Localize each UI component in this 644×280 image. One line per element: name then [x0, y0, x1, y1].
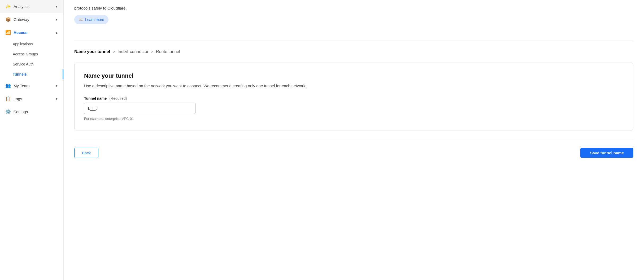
settings-icon: ⚙️ [5, 109, 11, 115]
name-your-tunnel-card: Name your tunnel Use a descriptive name … [74, 63, 633, 131]
sidebar-item-tunnels[interactable]: Tunnels [0, 69, 63, 79]
sidebar-item-access-groups[interactable]: Access Groups [0, 49, 63, 59]
next-button[interactable]: Save tunnel name [580, 148, 633, 158]
sidebar-item-applications[interactable]: Applications [0, 39, 63, 49]
sidebar-item-gateway[interactable]: 📦 Gateway ▼ [0, 13, 63, 26]
breadcrumb-step1: Name your tunnel [74, 49, 110, 54]
card-title: Name your tunnel [84, 72, 624, 79]
divider-bottom [74, 139, 633, 139]
breadcrumb-sep1: > [113, 50, 115, 54]
access-icon: 📶 [5, 30, 11, 35]
access-label: Access [14, 30, 28, 35]
required-label: (Required) [109, 96, 127, 100]
breadcrumb-step3: Route tunnel [156, 49, 180, 54]
tunnel-name-input[interactable] [84, 103, 195, 114]
analytics-icon: ✨ [5, 4, 11, 9]
tunnel-name-label: Tunnel name (Required) [84, 96, 624, 100]
learn-more-button[interactable]: 📖 Learn more [74, 15, 108, 24]
analytics-label: Analytics [14, 4, 29, 9]
sidebar-item-service-auth[interactable]: Service Auth [0, 59, 63, 69]
sidebar-item-logs[interactable]: 📋 Logs ▼ [0, 92, 63, 105]
intro-text-area: protocols safely to Cloudflare. 📖 Learn … [74, 0, 633, 34]
chevron-down-icon: ▼ [55, 84, 58, 88]
sidebar-item-analytics[interactable]: ✨ Analytics ▼ [0, 0, 63, 13]
chevron-down-icon: ▼ [55, 5, 58, 8]
team-icon: 👥 [5, 83, 11, 89]
gateway-icon: 📦 [5, 17, 11, 22]
sidebar-item-my-team[interactable]: 👥 My Team ▼ [0, 79, 63, 92]
back-button[interactable]: Back [74, 148, 98, 158]
chevron-down-icon: ▼ [55, 97, 58, 100]
bottom-action-bar: Back Save tunnel name [74, 146, 633, 158]
gateway-label: Gateway [14, 17, 29, 22]
field-hint: For example, enterprise-VPC-01 [84, 117, 624, 121]
sidebar: ✨ Analytics ▼ 📦 Gateway ▼ 📶 Access ▲ App… [0, 0, 64, 280]
intro-description: protocols safely to Cloudflare. [74, 5, 633, 11]
chevron-down-icon: ▼ [55, 18, 58, 21]
chevron-up-icon: ▲ [55, 31, 58, 34]
my-team-label: My Team [14, 84, 30, 88]
logs-label: Logs [14, 97, 22, 101]
sidebar-item-settings[interactable]: ⚙️ Settings [0, 105, 63, 118]
breadcrumb-step2: Install connector [118, 49, 149, 54]
settings-label: Settings [14, 110, 28, 114]
sidebar-item-access[interactable]: 📶 Access ▲ [0, 26, 63, 39]
card-description: Use a descriptive name based on the netw… [84, 83, 624, 89]
divider [74, 41, 633, 41]
learn-more-label: Learn more [85, 18, 104, 22]
breadcrumb: Name your tunnel > Install connector > R… [74, 47, 633, 54]
main-content: protocols safely to Cloudflare. 📖 Learn … [64, 0, 644, 280]
book-icon: 📖 [79, 17, 84, 22]
breadcrumb-sep2: > [151, 50, 153, 54]
logs-icon: 📋 [5, 96, 11, 102]
